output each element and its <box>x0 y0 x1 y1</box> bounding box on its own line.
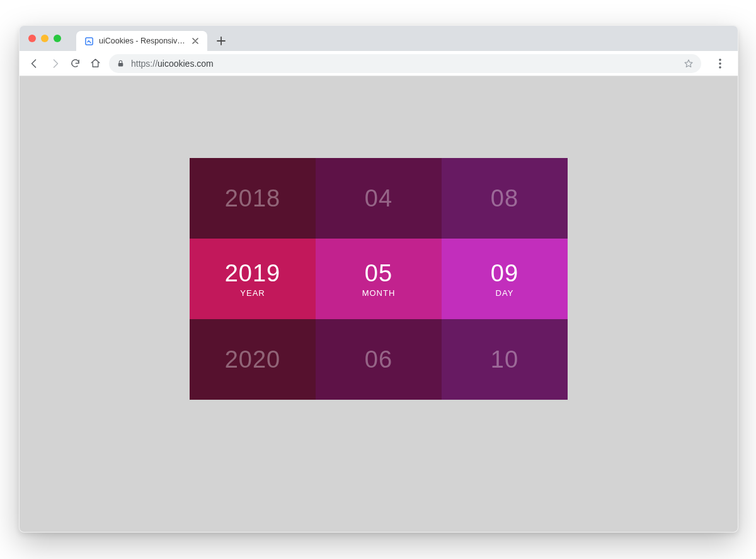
minimize-window-button[interactable] <box>41 35 49 42</box>
month-label: MONTH <box>362 288 396 298</box>
browser-tab[interactable]: uiCookies - Responsive HTML <box>76 31 207 51</box>
reload-button[interactable] <box>65 54 85 74</box>
date-picker[interactable]: 2018 04 08 2019 YEAR 05 MONTH 09 DAY 202… <box>190 158 568 400</box>
close-window-button[interactable] <box>28 35 36 42</box>
address-bar[interactable]: https://uicookies.com <box>109 54 701 73</box>
close-tab-icon[interactable] <box>191 37 200 45</box>
year-label: YEAR <box>240 288 265 298</box>
svg-point-2 <box>719 59 721 61</box>
home-button[interactable] <box>85 54 105 74</box>
window-controls <box>28 35 61 42</box>
day-label: DAY <box>496 288 514 298</box>
month-value: 05 <box>365 260 392 287</box>
lock-icon <box>117 59 125 67</box>
year-prev-option[interactable]: 2018 <box>190 158 316 239</box>
day-prev-option[interactable]: 08 <box>442 158 568 239</box>
svg-point-4 <box>719 66 721 69</box>
url-text: https://uicookies.com <box>131 59 677 69</box>
svg-point-3 <box>719 62 721 65</box>
year-next-option[interactable]: 2020 <box>190 319 316 400</box>
day-next-option[interactable]: 10 <box>442 319 568 400</box>
favicon-icon <box>84 36 94 46</box>
browser-window: uiCookies - Responsive HTML <box>19 25 738 533</box>
day-selected[interactable]: 09 DAY <box>442 239 568 319</box>
year-selected[interactable]: 2019 YEAR <box>190 239 316 319</box>
new-tab-button[interactable] <box>212 32 230 50</box>
tab-title: uiCookies - Responsive HTML <box>99 37 186 45</box>
svg-rect-1 <box>118 63 123 66</box>
month-selected[interactable]: 05 MONTH <box>316 239 442 319</box>
forward-button[interactable] <box>45 54 65 74</box>
month-next-option[interactable]: 06 <box>316 319 442 400</box>
month-prev-option[interactable]: 04 <box>316 158 442 239</box>
menu-button[interactable] <box>707 59 733 69</box>
back-button[interactable] <box>25 54 45 74</box>
bookmark-star-icon[interactable] <box>684 59 694 69</box>
year-value: 2019 <box>225 260 281 287</box>
day-value: 09 <box>491 260 518 287</box>
browser-toolbar: https://uicookies.com <box>20 51 738 76</box>
page-viewport: 2018 04 08 2019 YEAR 05 MONTH 09 DAY 202… <box>20 76 738 532</box>
tab-strip: uiCookies - Responsive HTML <box>20 26 738 51</box>
maximize-window-button[interactable] <box>54 35 61 42</box>
